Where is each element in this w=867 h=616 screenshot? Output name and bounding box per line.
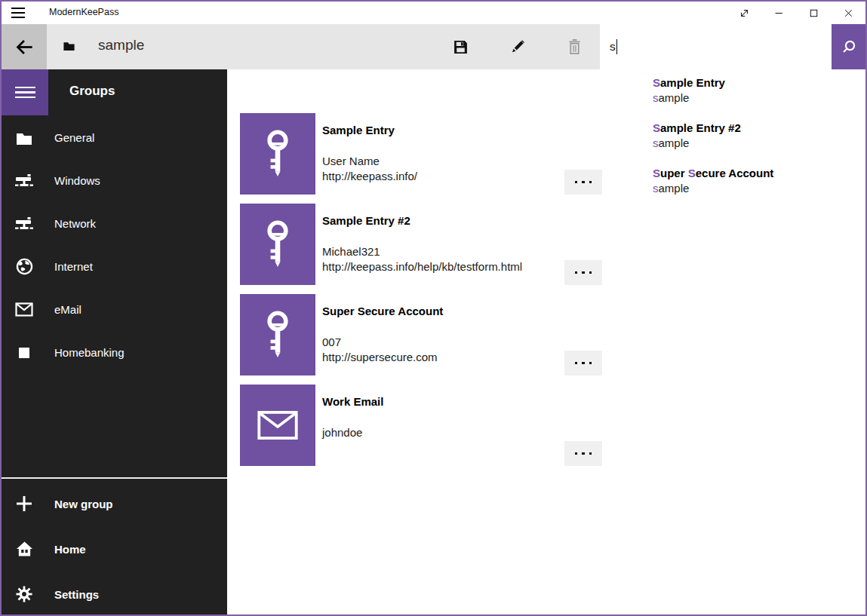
- suggestion-item[interactable]: Sample Entry #2 sample: [600, 115, 865, 160]
- plus-icon: [15, 495, 33, 513]
- sidebar-item-label: Homebanking: [54, 346, 125, 359]
- entry-url: http://keepass.info/: [322, 169, 417, 184]
- envelope-icon: [257, 411, 298, 440]
- more-button[interactable]: [564, 170, 602, 195]
- suggestion-group: sample: [653, 90, 865, 106]
- close-button[interactable]: [831, 2, 865, 24]
- groups-heading: Groups: [69, 84, 115, 99]
- sidebar-item-email[interactable]: eMail: [2, 288, 227, 331]
- key-icon: [260, 130, 295, 178]
- envelope-icon: [15, 301, 33, 319]
- hamburger-icon: [15, 87, 35, 99]
- sidebar-item-label: New group: [54, 498, 113, 510]
- minimize-icon: [773, 7, 786, 20]
- settings-button[interactable]: Settings: [2, 572, 227, 616]
- gear-icon: [15, 585, 33, 603]
- app-title: ModernKeePass: [49, 7, 118, 17]
- entry-title: Sample Entry #2: [322, 214, 410, 227]
- entry-tile[interactable]: [240, 204, 315, 285]
- suggestion-group: sample: [653, 136, 865, 151]
- sidebar: Groups General Windows Network: [2, 69, 227, 614]
- sidebar-item-label: Home: [54, 543, 86, 556]
- entry-title: Super Secure Account: [322, 305, 443, 317]
- appbar: sample s: [2, 24, 865, 69]
- home-button[interactable]: Home: [2, 526, 227, 572]
- entry-username: johndoe: [322, 425, 362, 440]
- entry-row[interactable]: Work Email johndoe: [240, 385, 602, 466]
- sidebar-item-label: Network: [54, 217, 96, 230]
- minimize-button[interactable]: [761, 2, 796, 24]
- suggestion-title: Super Secure Account: [653, 166, 865, 181]
- search-input[interactable]: s: [600, 24, 832, 69]
- suggestion-item[interactable]: Sample Entry sample: [600, 69, 865, 115]
- sidebar-item-label: General: [54, 131, 94, 144]
- network-computer-icon: [15, 172, 33, 190]
- entry-row[interactable]: Sample Entry User Name http://keepass.in…: [240, 113, 602, 195]
- titlebar: ModernKeePass: [2, 2, 865, 24]
- sidebar-item-internet[interactable]: Internet: [2, 245, 227, 288]
- entry-url: http://keepass.info/help/kb/testform.htm…: [322, 259, 522, 274]
- entry-username: 007: [322, 335, 438, 350]
- search-input-value: s: [610, 40, 616, 54]
- suggestion-item[interactable]: Super Secure Account sample: [600, 160, 865, 205]
- entry-details: User Name http://keepass.info/: [322, 154, 417, 184]
- entry-details: johndoe: [322, 425, 362, 440]
- nav-hamburger-button[interactable]: [2, 69, 48, 115]
- more-button[interactable]: [564, 441, 602, 466]
- key-icon: [260, 311, 295, 359]
- entry-username: User Name: [322, 154, 417, 169]
- group-list: General Windows Network Internet: [2, 116, 227, 374]
- square-icon: [15, 344, 33, 362]
- entry-tile[interactable]: [240, 113, 315, 195]
- sidebar-item-windows[interactable]: Windows: [2, 159, 227, 202]
- maximize-icon: [807, 7, 820, 20]
- delete-button[interactable]: [556, 24, 592, 69]
- entry-title: Work Email: [322, 395, 383, 408]
- entry-username: Michael321: [322, 244, 522, 259]
- maximize-button[interactable]: [796, 2, 831, 24]
- fullscreen-icon: [738, 7, 751, 20]
- pencil-icon: [509, 38, 526, 55]
- entry-details: Michael321 http://keepass.info/help/kb/t…: [322, 244, 522, 274]
- window-controls: [727, 2, 865, 24]
- text-caret: [616, 39, 618, 54]
- sidebar-item-label: Windows: [54, 174, 100, 187]
- entry-title: Sample Entry: [322, 124, 395, 136]
- titlebar-hamburger-icon: [11, 8, 25, 18]
- search-button[interactable]: [832, 24, 865, 69]
- close-icon: [842, 7, 855, 20]
- home-icon: [15, 540, 33, 558]
- entry-details: 007 http://supersecure.com: [322, 335, 438, 365]
- more-button[interactable]: [564, 260, 602, 285]
- app-window: ModernKeePass sample: [0, 0, 867, 616]
- group-title: sample: [98, 37, 144, 54]
- entry-tile[interactable]: [240, 294, 315, 375]
- globe-icon: [15, 258, 33, 276]
- sidebar-item-network[interactable]: Network: [2, 202, 227, 245]
- back-arrow-icon: [14, 37, 35, 57]
- search-suggestions: Sample Entry sample Sample Entry #2 samp…: [600, 69, 865, 211]
- group-folder-icon: [63, 40, 75, 54]
- network-computer-icon: [15, 215, 33, 233]
- entry-list: Sample Entry User Name http://keepass.in…: [240, 113, 602, 475]
- more-button[interactable]: [564, 351, 602, 375]
- trash-icon: [567, 38, 582, 55]
- new-group-button[interactable]: New group: [2, 481, 227, 526]
- suggestion-group: sample: [653, 181, 865, 196]
- back-button[interactable]: [2, 24, 47, 69]
- sidebar-item-label: eMail: [54, 303, 81, 316]
- entry-url: http://supersecure.com: [322, 350, 438, 365]
- entry-row[interactable]: Super Secure Account 007 http://supersec…: [240, 294, 602, 375]
- fullscreen-button[interactable]: [727, 2, 761, 24]
- folder-icon: [15, 129, 33, 147]
- sidebar-item-homebanking[interactable]: Homebanking: [2, 331, 227, 374]
- search-icon: [841, 38, 857, 55]
- sidebar-item-label: Internet: [54, 260, 93, 273]
- sidebar-item-label: Settings: [54, 588, 99, 601]
- key-icon: [260, 220, 295, 268]
- entry-row[interactable]: Sample Entry #2 Michael321 http://keepas…: [240, 204, 602, 285]
- entry-tile[interactable]: [240, 385, 315, 466]
- edit-button[interactable]: [500, 24, 536, 69]
- save-button[interactable]: [442, 24, 478, 69]
- sidebar-item-general[interactable]: General: [2, 116, 227, 159]
